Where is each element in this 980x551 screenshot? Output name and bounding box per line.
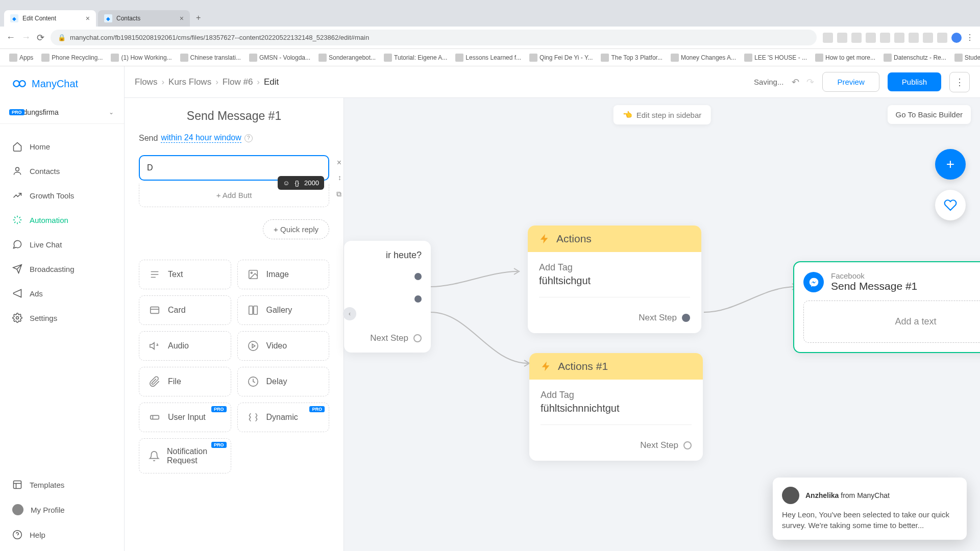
publish-button[interactable]: Publish xyxy=(888,72,941,91)
nav-live-chat[interactable]: Live Chat xyxy=(0,232,124,257)
block-card[interactable]: Card xyxy=(139,295,231,325)
extension-icon[interactable] xyxy=(837,33,847,43)
chat-avatar xyxy=(782,487,799,504)
connector-dot[interactable] xyxy=(682,314,690,322)
goto-basic-builder-button[interactable]: Go To Basic Builder xyxy=(888,105,971,124)
block-file[interactable]: File xyxy=(139,367,231,396)
pro-badge: PRO xyxy=(309,406,325,412)
nav-settings[interactable]: Settings xyxy=(0,306,124,330)
bookmark-item[interactable]: (1) How Working... xyxy=(108,52,175,64)
browser-tab-active[interactable]: ◆ Edit Content × xyxy=(4,10,96,27)
bookmark-item[interactable]: GMSN - Vologda... xyxy=(246,52,313,64)
block-dynamic[interactable]: PRO Dynamic xyxy=(237,403,330,432)
connector-dot-empty[interactable] xyxy=(683,441,692,449)
edit-step-hint[interactable]: 👈 Edit step in sidebar xyxy=(614,105,711,124)
flow-node-actions[interactable]: Actions Add Tag fühltsichgut Next Step xyxy=(528,226,701,333)
breadcrumb-item[interactable]: Flows xyxy=(135,77,157,87)
nav-help[interactable]: Help xyxy=(0,522,124,547)
extension-icon[interactable] xyxy=(937,33,947,43)
help-tooltip-icon[interactable]: ? xyxy=(244,134,253,142)
brand-logo[interactable]: ManyChat xyxy=(0,66,124,101)
browser-menu-icon[interactable]: ⋮ xyxy=(966,33,974,42)
bookmark-item[interactable]: The Top 3 Platfor... xyxy=(598,52,666,64)
bookmark-item[interactable]: Student Wants an... xyxy=(951,52,980,64)
undo-button[interactable]: ↶ xyxy=(792,77,799,88)
more-menu-button[interactable]: ⋮ xyxy=(949,72,970,92)
block-user-input[interactable]: PRO User Input xyxy=(139,403,231,432)
chevron-left-icon[interactable]: ‹ xyxy=(343,307,356,320)
text-message-block[interactable]: × ↕ ⧉ ☺ {} 2000 xyxy=(139,155,329,181)
quick-reply-button[interactable]: + Quick reply xyxy=(263,219,329,239)
block-audio[interactable]: Audio xyxy=(139,331,231,361)
broadcast-icon xyxy=(12,264,22,274)
nav-home[interactable]: Home xyxy=(0,134,124,159)
connector-dot[interactable] xyxy=(414,273,422,280)
bookmark-item[interactable]: Tutorial: Eigene A... xyxy=(381,52,450,64)
tab-close-icon[interactable]: × xyxy=(86,14,90,22)
block-notification-request[interactable]: PRO Notification Request xyxy=(139,438,231,473)
flow-canvas[interactable]: 👈 Edit step in sidebar Go To Basic Build… xyxy=(344,98,980,551)
block-video[interactable]: Video xyxy=(237,331,330,361)
url-bar[interactable]: 🔒 manychat.com/fb198150208192061/cms/fil… xyxy=(51,30,817,45)
bookmark-item[interactable]: Qing Fei De Yi - Y... xyxy=(526,52,596,64)
forward-button[interactable]: → xyxy=(21,32,31,43)
extension-icon[interactable] xyxy=(951,33,962,43)
favorite-fab[interactable] xyxy=(935,190,966,220)
bookmark-item[interactable]: Phone Recycling... xyxy=(38,52,106,64)
redo-button[interactable]: ↷ xyxy=(806,77,814,88)
nav-ads[interactable]: Ads xyxy=(0,281,124,306)
add-step-fab[interactable]: + xyxy=(935,149,966,180)
breadcrumb-item[interactable]: Kurs Flows xyxy=(168,77,211,87)
nav-automation[interactable]: Automation xyxy=(0,208,124,232)
extension-icon[interactable] xyxy=(851,33,862,43)
nav-templates[interactable]: Templates xyxy=(0,472,124,497)
bookmark-item[interactable]: Lessons Learned f... xyxy=(452,52,524,64)
back-button[interactable]: ← xyxy=(6,32,15,43)
bookmark-item[interactable]: Money Changes A... xyxy=(668,52,739,64)
add-text-placeholder[interactable]: Add a text ✦ xyxy=(803,300,980,343)
nav-profile[interactable]: My Profile xyxy=(0,497,124,522)
connector-dot[interactable] xyxy=(414,295,422,303)
pointer-icon: 👈 xyxy=(623,110,632,119)
block-image[interactable]: Image xyxy=(237,260,330,289)
send-window-link[interactable]: within 24 hour window xyxy=(161,133,241,143)
extension-icon[interactable] xyxy=(880,33,890,43)
bookmark-item[interactable]: LEE 'S HOUSE - ... xyxy=(741,52,810,64)
message-text-input[interactable] xyxy=(147,163,321,172)
nav-growth-tools[interactable]: Growth Tools xyxy=(0,183,124,208)
reload-button[interactable]: ⟳ xyxy=(37,32,44,43)
extension-icon[interactable] xyxy=(823,33,833,43)
tab-close-icon[interactable]: × xyxy=(180,14,184,22)
breadcrumb-item[interactable]: Flow #6 xyxy=(223,77,253,87)
extension-icon[interactable] xyxy=(866,33,876,43)
block-gallery[interactable]: Gallery xyxy=(237,295,330,325)
bookmark-item[interactable]: Datenschutz - Re... xyxy=(880,52,949,64)
bookmark-item[interactable]: Chinese translati... xyxy=(177,52,244,64)
block-text[interactable]: Text xyxy=(139,260,231,289)
variable-icon[interactable]: {} xyxy=(295,179,299,187)
preview-button[interactable]: Preview xyxy=(822,72,879,92)
extension-icon[interactable] xyxy=(909,33,919,43)
extension-icon[interactable] xyxy=(894,33,904,43)
flow-node-question[interactable]: ir heute? ‹ Next Step xyxy=(344,241,431,353)
bookmark-item[interactable]: How to get more... xyxy=(812,52,878,64)
copy-icon[interactable]: ⧉ xyxy=(336,190,341,198)
bookmark-item[interactable]: Sonderangebot... xyxy=(315,52,379,64)
new-tab-button[interactable]: + xyxy=(192,9,205,27)
bookmark-item[interactable]: Apps xyxy=(6,52,36,64)
block-delay[interactable]: Delay xyxy=(237,367,330,396)
resize-icon[interactable]: ↕ xyxy=(338,173,341,182)
chat-from: Anzhelika from ManyChat xyxy=(805,491,890,499)
svg-point-7 xyxy=(251,272,252,273)
nav-broadcasting[interactable]: Broadcasting xyxy=(0,257,124,281)
emoji-icon[interactable]: ☺ xyxy=(283,179,289,187)
connector-dot-empty[interactable] xyxy=(413,334,422,342)
flow-node-send-message[interactable]: Facebook Send Message #1 Add a text ✦ + … xyxy=(793,261,980,353)
extension-icon[interactable] xyxy=(923,33,933,43)
browser-tab-inactive[interactable]: ◆ Contacts × xyxy=(98,10,190,27)
close-icon[interactable]: × xyxy=(337,158,341,167)
support-chat-widget[interactable]: Anzhelika from ManyChat Hey Leon, You've… xyxy=(773,478,967,540)
nav-contacts[interactable]: Contacts xyxy=(0,159,124,183)
flow-node-actions[interactable]: Actions #1 Add Tag fühltsichnnichtgut Ne… xyxy=(529,353,703,461)
workspace-selector[interactable]: PRO Bildungsfirma ⌄ xyxy=(0,101,124,124)
